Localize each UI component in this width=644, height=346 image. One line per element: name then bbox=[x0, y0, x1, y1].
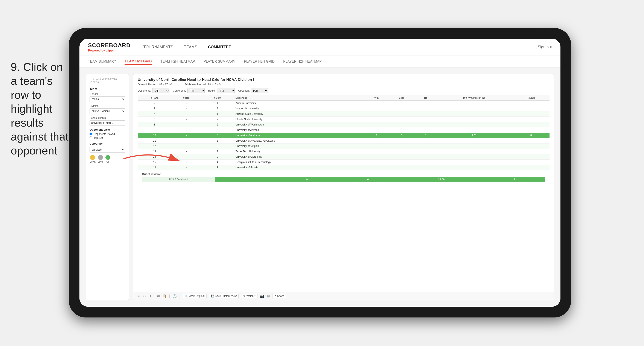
legend-up: Up bbox=[106, 155, 110, 163]
nav-links: TOURNAMENTS TEAMS COMMITTEE bbox=[144, 44, 536, 50]
table-row[interactable]: 6 - 2 Florida State University bbox=[138, 117, 550, 122]
school-input[interactable] bbox=[90, 120, 125, 125]
right-content: University of North Carolina Head-to-Hea… bbox=[133, 74, 554, 300]
bottom-toolbar: ↩ ↻ ↺ | ⧉ 📋 | 🕐 | 🔍 View: Original 💾 Sav… bbox=[133, 292, 554, 300]
division-label: Division bbox=[90, 104, 125, 107]
sub-nav: TEAM SUMMARY TEAM H2H GRID TEAM H2H HEAT… bbox=[80, 56, 560, 67]
table-row[interactable]: 3 - 2 Vanderbilt University bbox=[138, 106, 550, 111]
h2h-table: # Rank # Reg # Conf Opponent Win Loss Ti… bbox=[138, 95, 550, 170]
left-panel: Last Updated: 27/03/2024 16:55:38 Team G… bbox=[86, 74, 129, 300]
colour-by-select[interactable]: Win/loss bbox=[90, 147, 125, 152]
table-row[interactable]: 4 - 1 Arizona State University bbox=[138, 111, 550, 117]
region-label: Region bbox=[208, 89, 216, 92]
grid-table-wrapper: # Rank # Reg # Conf Opponent Win Loss Ti… bbox=[133, 95, 554, 292]
table-row[interactable]: 8 - 2 University of Washington bbox=[138, 122, 550, 127]
radio-top100[interactable]: Top 100 bbox=[90, 136, 125, 139]
table-row[interactable]: 11 - 6 University of Arkansas, Fayettevi… bbox=[138, 138, 550, 143]
clock-icon[interactable]: 🕐 bbox=[172, 294, 177, 298]
filter-opponents: Opponents: (All) bbox=[138, 88, 170, 93]
table-row[interactable]: 12 - 3 University of Virginia bbox=[138, 143, 550, 149]
school-label: School (Rank) bbox=[90, 116, 125, 119]
tablet-screen: SCOREBOARD Powered by clippi TOURNAMENTS… bbox=[80, 39, 560, 307]
out-division-table: NCAA Division II 1 0 0 26.00 3 bbox=[138, 177, 550, 184]
grid-records: Overall Record: 89 - 17 - 0 Division Rec… bbox=[138, 83, 550, 86]
table-row[interactable]: 2 - 1 Auburn University bbox=[138, 101, 550, 106]
opponent-view-title: Opponent View bbox=[90, 128, 125, 131]
filter-row: Opponents: (All) Conference (All) Region… bbox=[138, 88, 550, 93]
logo-powered: Powered by clippi bbox=[88, 49, 130, 52]
col-opponent: Opponent bbox=[234, 95, 365, 101]
col-reg: # Reg bbox=[171, 95, 201, 101]
col-rank: # Rank bbox=[138, 95, 171, 101]
redo-icon[interactable]: ↻ bbox=[143, 294, 146, 298]
legend-down: Down bbox=[90, 155, 96, 163]
table-row[interactable]: 9 - 3 University of Arizona bbox=[138, 127, 550, 133]
division-select[interactable]: NCAA Division I bbox=[90, 108, 125, 114]
view-original-btn[interactable]: 🔍 View: Original bbox=[183, 294, 206, 298]
tablet-frame: SCOREBOARD Powered by clippi TOURNAMENTS… bbox=[69, 28, 571, 318]
col-loss: Loss bbox=[388, 95, 415, 101]
nav-tournaments[interactable]: TOURNAMENTS bbox=[144, 44, 173, 50]
gender-select[interactable]: Men's bbox=[90, 96, 125, 102]
legend: Down Level Up bbox=[90, 155, 125, 163]
tab-team-h2h-heatmap[interactable]: TEAM H2H HEATMAP bbox=[160, 58, 195, 64]
opponent-select[interactable]: (All) bbox=[251, 88, 268, 93]
grid-header: University of North Carolina Head-to-Hea… bbox=[133, 74, 554, 95]
tab-player-summary[interactable]: PLAYER SUMMARY bbox=[204, 58, 235, 64]
table-row[interactable]: 14 - 2 University of Oklahoma bbox=[138, 154, 550, 160]
out-division-data-table: NCAA Division II 1 0 0 26.00 3 bbox=[142, 177, 545, 182]
nav-committee[interactable]: COMMITTEE bbox=[208, 44, 231, 50]
conference-select[interactable]: (All) bbox=[188, 88, 205, 93]
out-division-row[interactable]: NCAA Division II 1 0 0 26.00 3 bbox=[142, 177, 545, 182]
filter-conference: Conference (All) bbox=[173, 88, 205, 93]
copy-icon[interactable]: ⧉ bbox=[157, 294, 160, 298]
nav-teams[interactable]: TEAMS bbox=[184, 44, 197, 50]
conference-label: Conference bbox=[173, 89, 186, 92]
region-select[interactable]: (All) bbox=[218, 88, 235, 93]
table-row[interactable]: 16 - 3 University of Florida bbox=[138, 165, 550, 170]
logo-area: SCOREBOARD Powered by clippi bbox=[88, 42, 130, 52]
team-section-title: Team bbox=[90, 87, 125, 91]
out-division-label: Out of division bbox=[138, 170, 550, 177]
undo-icon[interactable]: ↩ bbox=[138, 294, 140, 298]
tab-player-h2h-grid[interactable]: PLAYER H2H GRID bbox=[244, 58, 275, 64]
screenshot-icon[interactable]: 📷 bbox=[260, 294, 264, 298]
col-tie: Tie bbox=[415, 95, 436, 101]
export-icon[interactable]: ⊞ bbox=[267, 294, 270, 298]
colour-by-title: Colour by bbox=[90, 142, 125, 145]
table-row[interactable]: 13 - 1 Texas Tech University bbox=[138, 149, 550, 154]
save-custom-btn[interactable]: 💾 Save Custom View bbox=[209, 294, 239, 298]
top-nav: SCOREBOARD Powered by clippi TOURNAMENTS… bbox=[80, 39, 560, 56]
col-conf: # Conf bbox=[201, 95, 234, 101]
share-btn[interactable]: ↗ Share bbox=[272, 294, 286, 298]
legend-level: Level bbox=[98, 155, 103, 163]
last-updated: Last Updated: 27/03/2024 16:55:38 bbox=[90, 78, 125, 84]
filter-region: Region (All) bbox=[208, 88, 235, 93]
table-row[interactable]: 10 - 5 University of Alabama 3 0 0 2.61 … bbox=[138, 133, 550, 138]
gender-label: Gender bbox=[90, 92, 125, 95]
opponent-label: Opponent bbox=[238, 89, 250, 92]
col-diff: Diff Av Strokes/Rnd bbox=[436, 95, 512, 101]
tab-player-h2h-heatmap[interactable]: PLAYER H2H HEATMAP bbox=[283, 58, 322, 64]
sign-out-link[interactable]: | Sign out bbox=[536, 45, 552, 49]
logo-scoreboard: SCOREBOARD bbox=[88, 42, 130, 49]
tab-team-h2h-grid[interactable]: TEAM H2H GRID bbox=[124, 58, 152, 65]
grid-title: University of North Carolina Head-to-Hea… bbox=[138, 78, 550, 82]
tab-team-summary[interactable]: TEAM SUMMARY bbox=[88, 58, 116, 64]
paste-icon[interactable]: 📋 bbox=[162, 294, 166, 298]
instruction-text: 9. Click on a team's row to highlight re… bbox=[11, 60, 71, 158]
opponents-select[interactable]: (All) bbox=[152, 88, 170, 93]
main-content: Last Updated: 27/03/2024 16:55:38 Team G… bbox=[80, 67, 560, 307]
watch-btn[interactable]: 👁 Watch ▾ bbox=[241, 294, 258, 298]
col-rounds: Rounds bbox=[512, 95, 550, 101]
opponents-label: Opponents: bbox=[138, 89, 151, 92]
back-icon[interactable]: ↺ bbox=[148, 294, 151, 298]
table-row[interactable]: 15 - 4 Georgia Institute of Technology bbox=[138, 160, 550, 165]
col-win: Win bbox=[365, 95, 388, 101]
radio-opponents-played[interactable]: Opponents Played bbox=[90, 133, 125, 136]
filter-opponent: Opponent (All) bbox=[238, 88, 268, 93]
